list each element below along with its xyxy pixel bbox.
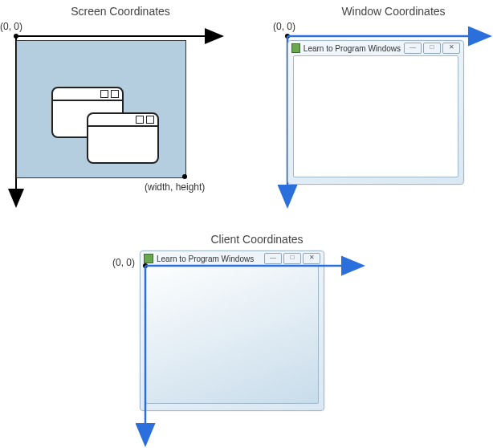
window-coordinates-diagram: Window Coordinates (0, 0) Learn to Progr…	[273, 0, 493, 209]
screen-origin-dot	[14, 34, 18, 39]
client-coordinates-diagram: Client Coordinates (0, 0) Learn to Progr…	[112, 233, 385, 442]
window-app-frame: Learn to Program Windows — □ ✕	[287, 40, 464, 185]
minimize-button: —	[404, 43, 422, 54]
client-origin-label: (0, 0)	[112, 257, 135, 268]
window-origin-label: (0, 0)	[273, 21, 295, 32]
client-app-title: Learn to Program Windows	[157, 255, 261, 263]
app-icon	[144, 254, 153, 263]
mini-window-front	[87, 112, 159, 164]
maximize-button: □	[283, 253, 301, 264]
window-title: Window Coordinates	[321, 5, 466, 18]
client-client-area	[145, 266, 319, 404]
app-icon	[291, 43, 300, 53]
client-titlebar: Learn to Program Windows — □ ✕	[141, 251, 324, 266]
screen-title: Screen Coordinates	[48, 5, 193, 18]
window-titlebar: Learn to Program Windows — □ ✕	[288, 41, 463, 55]
maximize-button: □	[423, 43, 441, 54]
minimize-button: —	[264, 253, 282, 264]
screen-coordinates-diagram: Screen Coordinates (0, 0) (width, height…	[0, 0, 241, 209]
screen-origin-label: (0, 0)	[0, 21, 22, 32]
screen-extent-dot	[182, 174, 187, 179]
client-controls: — □ ✕	[264, 253, 320, 264]
close-button: ✕	[442, 43, 460, 54]
window-controls: — □ ✕	[404, 43, 460, 54]
close-button: ✕	[303, 253, 320, 264]
screen-extent-label: (width, height)	[145, 181, 205, 193]
window-origin-dot	[285, 34, 290, 39]
window-app-title: Learn to Program Windows	[304, 44, 401, 53]
client-title: Client Coordinates	[185, 233, 329, 246]
client-origin-dot	[143, 263, 148, 268]
window-client-area	[293, 55, 458, 177]
client-app-frame: Learn to Program Windows — □ ✕	[140, 250, 324, 411]
